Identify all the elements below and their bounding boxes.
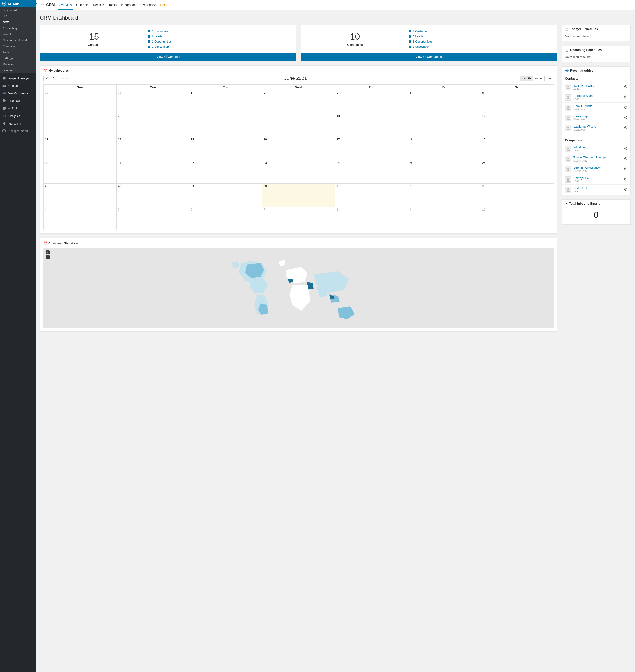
calendar-cell[interactable]: 15	[189, 137, 262, 160]
calendar-cell[interactable]: 30	[44, 90, 116, 113]
stats-link[interactable]: 2 Opportunities	[148, 40, 292, 43]
sidebar-sub-tools[interactable]: Tools	[0, 49, 36, 55]
nav-reports[interactable]: Reports	[141, 0, 156, 9]
calendar-cell[interactable]: 26	[481, 160, 554, 184]
calendar-cell[interactable]: 10	[481, 207, 554, 230]
world-map[interactable]: + −	[43, 248, 554, 328]
calendar-cell[interactable]: 18	[408, 137, 481, 160]
calendar-cell[interactable]: 1	[189, 90, 262, 113]
calendar-cell[interactable]: 2	[408, 184, 481, 207]
calendar-cell[interactable]: 28	[116, 184, 189, 207]
calendar-cell[interactable]: 3	[481, 184, 554, 207]
calendar-cell[interactable]: 8	[335, 207, 408, 230]
recent-company-item[interactable]: Harvey PLCLead	[562, 174, 630, 185]
calendar-next-button[interactable]	[50, 76, 57, 81]
calendar-cell[interactable]: 13	[44, 137, 116, 160]
calendar-cell[interactable]: 25	[408, 160, 481, 184]
stats-link[interactable]: 5 Leads	[409, 35, 552, 38]
view-all-contacts-button[interactable]: View all Contacts	[40, 53, 296, 61]
calendar-cell[interactable]: 20	[44, 160, 116, 184]
sidebar-item-wemail[interactable]: weMail	[0, 105, 36, 112]
view-all-companies-button[interactable]: View all Companies	[301, 53, 557, 61]
calendar-cell[interactable]: 19	[481, 137, 554, 160]
calendar-cell[interactable]: 17	[335, 137, 408, 160]
recent-contact-item[interactable]: Laurianne WisokyCustomer	[562, 123, 630, 133]
calendar-cell[interactable]: 3	[335, 90, 408, 113]
sidebar-item-project-manager[interactable]: Project Manager	[0, 74, 36, 82]
nav-tasks[interactable]: Tasks	[109, 0, 116, 9]
sidebar-item-analytics[interactable]: Analytics	[0, 112, 36, 120]
calendar-cell[interactable]: 22	[189, 160, 262, 184]
calendar-prev-button[interactable]	[43, 76, 50, 81]
calendar-cell[interactable]: 7	[116, 113, 189, 137]
calendar-cell[interactable]: 11	[408, 113, 481, 137]
calendar-cell[interactable]: 21	[116, 160, 189, 184]
calendar-cell[interactable]: 10	[335, 113, 408, 137]
sidebar-sub-crm[interactable]: CRM	[0, 19, 36, 25]
calendar-cell[interactable]: 31	[116, 90, 189, 113]
calendar-cell[interactable]: 4	[408, 90, 481, 113]
sidebar-item-contact[interactable]: Contact	[0, 82, 36, 89]
recent-contact-item[interactable]: Carrie TorpCustomer	[562, 113, 630, 123]
calendar-cell[interactable]: 12	[481, 113, 554, 137]
calendar-cell[interactable]: 1	[335, 184, 408, 207]
calendar-cell[interactable]: 23	[262, 160, 335, 184]
calendar-today-button[interactable]: today	[59, 76, 71, 81]
calendar-cell[interactable]: 5	[481, 90, 554, 113]
chevron-down-icon	[153, 3, 156, 7]
nav-integrations[interactable]: Integrations	[121, 0, 137, 9]
recent-company-item[interactable]: Stroman-ChristiansenOpportunity	[562, 164, 630, 174]
crm-brand: CRM	[40, 2, 55, 8]
nav-contacts[interactable]: Contacts	[76, 0, 88, 9]
sidebar-sub-license[interactable]: License	[0, 67, 36, 73]
sidebar-item-products[interactable]: Products	[0, 97, 36, 105]
sidebar-sub-custom-field-builder[interactable]: Custom Field Builder	[0, 37, 36, 43]
stats-link[interactable]: 1 Subscriber	[409, 45, 552, 48]
calendar-cell[interactable]: 24	[335, 160, 408, 184]
stats-link[interactable]: 6 Leads	[148, 35, 292, 38]
calendar-cell[interactable]: 14	[116, 137, 189, 160]
calendar-cell[interactable]: 5	[116, 207, 189, 230]
sidebar-sub-workflow[interactable]: Workflow	[0, 31, 36, 37]
calendar-view-day[interactable]: day	[544, 76, 554, 81]
stats-link[interactable]: 2 Subscribers	[148, 45, 292, 48]
calendar-cell[interactable]: 29	[189, 184, 262, 207]
calendar-cell[interactable]: 27	[44, 184, 116, 207]
stats-link[interactable]: 3 Opportunities	[409, 40, 552, 43]
calendar-cell[interactable]: 6	[44, 113, 116, 137]
sidebar-item-woocommerce[interactable]: WooCommerce	[0, 89, 36, 97]
nav-help[interactable]: Help	[160, 0, 167, 9]
sidebar-sub-modules[interactable]: Modules	[0, 61, 36, 67]
stats-link[interactable]: 5 Customers	[148, 29, 292, 33]
calendar-cell[interactable]: 7	[262, 207, 335, 230]
map-zoom-out-button[interactable]: −	[46, 255, 49, 259]
recent-contact-item[interactable]: Carol LueilwitzCustomer	[562, 103, 630, 113]
calendar-cell[interactable]: 9	[262, 113, 335, 137]
sidebar-brand[interactable]: WP ERP	[0, 0, 36, 7]
calendar-view-month[interactable]: month	[520, 76, 533, 81]
stats-link[interactable]: 1 Customer	[409, 29, 552, 33]
nav-deals[interactable]: Deals	[93, 0, 104, 9]
calendar-cell[interactable]: 2	[262, 90, 335, 113]
calendar-cell[interactable]: 30	[262, 184, 335, 207]
sidebar-item-marketing[interactable]: Marketing	[0, 120, 36, 127]
sidebar-sub-accounting[interactable]: Accounting	[0, 25, 36, 31]
sidebar-sub-dashboard[interactable]: Dashboard	[0, 7, 36, 13]
recent-company-item[interactable]: Kihn-HaagLead	[562, 144, 630, 154]
calendar-cell[interactable]: 8	[189, 113, 262, 137]
calendar-view-week[interactable]: week	[533, 76, 545, 81]
calendar-cell[interactable]: 6	[189, 207, 262, 230]
calendar-cell[interactable]: 9	[408, 207, 481, 230]
calendar-cell[interactable]: 4	[44, 207, 116, 230]
sidebar-sub-settings[interactable]: Settings	[0, 55, 36, 61]
calendar-cell[interactable]: 16	[262, 137, 335, 160]
recent-contact-item[interactable]: Rockybul AlamLead	[562, 92, 630, 103]
map-zoom-in-button[interactable]: +	[46, 250, 49, 254]
collapse-menu[interactable]: Collapse menu	[0, 127, 36, 134]
recent-company-item[interactable]: Gerlach LtdLead	[562, 185, 630, 195]
sidebar-sub-company[interactable]: Company	[0, 43, 36, 49]
recent-company-item[interactable]: Towne, Thiel and LuettgenOpportunity	[562, 154, 630, 164]
recent-contact-item[interactable]: Tanmay KirtaniaLead	[562, 82, 630, 92]
sidebar-sub-hr[interactable]: HR	[0, 13, 36, 19]
nav-overview[interactable]: Overview	[59, 0, 72, 9]
